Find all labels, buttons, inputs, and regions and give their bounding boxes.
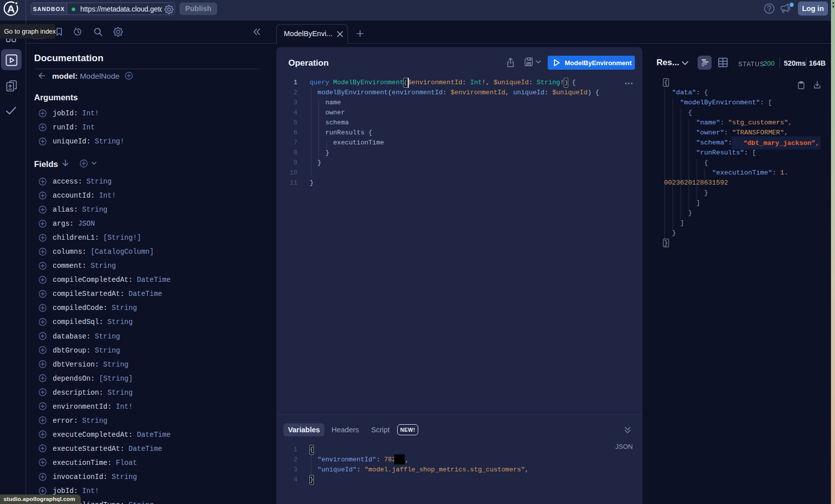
svg-text:A: A: [7, 3, 15, 15]
